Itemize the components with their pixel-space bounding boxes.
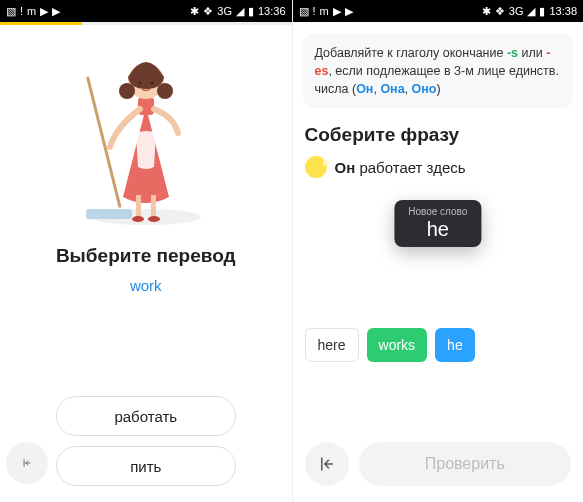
phrase-row: Он работает здесь <box>305 156 466 178</box>
content-right: Добавляйте к глаголу окончание -s или -e… <box>293 22 584 502</box>
bluetooth-icon: ✱ <box>482 6 491 17</box>
word-chips: here works he <box>293 328 475 362</box>
info-icon: ! <box>313 6 316 17</box>
exit-icon <box>318 455 336 473</box>
tooltip-word: he <box>408 219 467 239</box>
image-icon: ▧ <box>6 6 16 17</box>
clock: 13:36 <box>258 6 286 17</box>
status-left: ▧ ! m ▶ ▶ <box>299 6 353 17</box>
svg-point-7 <box>138 82 141 85</box>
network-label: 3G <box>217 6 232 17</box>
phrase-rest: работает здесь <box>355 159 465 176</box>
svg-point-11 <box>132 216 144 222</box>
bluetooth-icon: ✱ <box>190 6 199 17</box>
illustration-woman-mop <box>66 37 226 227</box>
chip-works[interactable]: works <box>367 328 428 362</box>
check-button[interactable]: Проверить <box>359 442 572 486</box>
play-icon: ▶ <box>333 6 341 17</box>
tooltip-label: Новое слово <box>408 206 467 217</box>
target-word: work <box>130 277 162 294</box>
phone-right: ▧ ! m ▶ ▶ ✱ ❖ 3G ◢ ▮ 13:38 Добавляйте к … <box>292 0 584 502</box>
phone-left: ▧ ! m ▶ ▶ ✱ ❖ 3G ◢ ▮ 13:36 <box>0 0 292 502</box>
svg-rect-1 <box>86 76 122 208</box>
grammar-tip: Добавляйте к глаголу окончание -s или -e… <box>303 34 574 108</box>
exit-icon <box>22 458 32 468</box>
signal-icon: ◢ <box>236 6 244 17</box>
tip-pronoun-3: Оно <box>412 82 437 96</box>
svg-point-12 <box>148 216 160 222</box>
status-left: ▧ ! m ▶ ▶ <box>6 6 60 17</box>
m-icon: m <box>27 6 36 17</box>
check-label: Проверить <box>425 455 505 473</box>
tip-suffix-s: -s <box>507 46 518 60</box>
svg-point-8 <box>150 82 153 85</box>
signal-icon: ◢ <box>527 6 535 17</box>
status-bar: ▧ ! m ▶ ▶ ✱ ❖ 3G ◢ ▮ 13:36 <box>0 0 292 22</box>
assemble-title: Соберите фразу <box>305 124 460 146</box>
info-icon: ! <box>20 6 23 17</box>
m-icon: m <box>320 6 329 17</box>
svg-rect-2 <box>86 209 132 219</box>
phrase-bold: Он <box>335 159 356 176</box>
clock: 13:38 <box>549 6 577 17</box>
hint-icon[interactable] <box>305 156 327 178</box>
chip-here[interactable]: here <box>305 328 359 362</box>
phrase-text: Он работает здесь <box>335 159 466 176</box>
chip-label: here <box>318 337 346 353</box>
play-icon: ▶ <box>52 6 60 17</box>
battery-icon: ▮ <box>539 6 545 17</box>
option-button-1[interactable]: работать <box>56 396 236 436</box>
svg-point-6 <box>157 83 173 99</box>
svg-point-5 <box>119 83 135 99</box>
play-icon: ▶ <box>40 6 48 17</box>
battery-icon: ▮ <box>248 6 254 17</box>
answer-buttons: работать пить <box>0 396 292 502</box>
content-left: Выберите перевод work работать пить <box>0 25 292 502</box>
svg-rect-10 <box>151 195 156 217</box>
image-icon: ▧ <box>299 6 309 17</box>
svg-rect-9 <box>136 195 141 217</box>
option-label: работать <box>114 408 177 425</box>
chip-he[interactable]: he <box>435 328 475 362</box>
tip-text: Добавляйте к глаголу окончание <box>315 46 507 60</box>
bottom-bar: Проверить <box>293 442 584 502</box>
chip-label: works <box>379 337 416 353</box>
option-label: пить <box>130 458 161 475</box>
tip-close: ) <box>436 82 440 96</box>
option-button-2[interactable]: пить <box>56 446 236 486</box>
location-icon: ❖ <box>495 6 505 17</box>
status-right: ✱ ❖ 3G ◢ ▮ 13:36 <box>190 6 285 17</box>
status-bar: ▧ ! m ▶ ▶ ✱ ❖ 3G ◢ ▮ 13:38 <box>293 0 584 22</box>
status-right: ✱ ❖ 3G ◢ ▮ 13:38 <box>482 6 577 17</box>
back-button[interactable] <box>305 442 349 486</box>
tip-pronoun-2: Она <box>380 82 404 96</box>
tip-or: или <box>518 46 546 60</box>
network-label: 3G <box>509 6 524 17</box>
back-button[interactable] <box>6 442 48 484</box>
play-icon: ▶ <box>345 6 353 17</box>
new-word-tooltip: Новое слово he <box>394 200 481 247</box>
location-icon: ❖ <box>203 6 213 17</box>
chip-label: he <box>447 337 463 353</box>
select-translation-title: Выберите перевод <box>56 245 236 267</box>
tip-pronoun-1: Он <box>356 82 373 96</box>
